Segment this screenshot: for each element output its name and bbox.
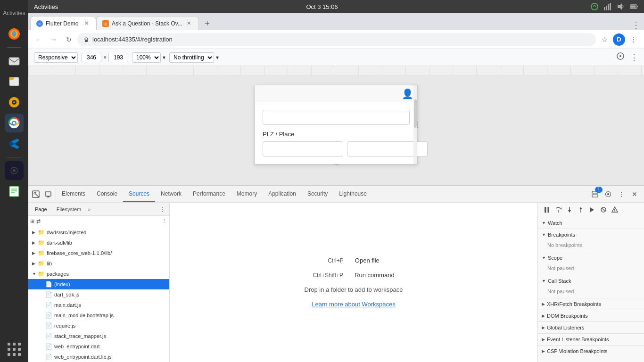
xhr-section-header[interactable]: ▶ XHR/Fetch Breakpoints — [538, 298, 644, 310]
tab-performance[interactable]: Performance — [187, 186, 231, 202]
chrome-options-button[interactable]: ⋮ — [627, 33, 640, 46]
expand-all-btn[interactable]: ⊞ — [30, 218, 34, 224]
viewport-height-input[interactable] — [108, 53, 128, 62]
taskbar-vscode[interactable] — [5, 134, 24, 153]
filesystem-tab[interactable]: Filesystem — [54, 206, 84, 213]
taskbar-files[interactable] — [5, 72, 24, 91]
csp-arrow: ▶ — [542, 349, 545, 354]
devtools-settings-btn[interactable] — [603, 189, 614, 200]
step-btn[interactable] — [587, 205, 597, 215]
sidebar-more-btn[interactable]: ⋮ — [160, 206, 165, 213]
taskbar-mail[interactable] — [5, 51, 24, 70]
tree-item-main-dart-js[interactable]: 📄 main.dart.js — [28, 300, 169, 310]
tab-elements[interactable]: Elements — [56, 186, 91, 202]
scope-section-header[interactable]: ▼ Scope — [538, 252, 644, 263]
frame-resize-right[interactable]: ⋮ — [415, 85, 421, 165]
flutter-tab-title: Flutter Demo — [46, 20, 80, 27]
taskbar-text-editor[interactable] — [5, 182, 24, 201]
inspect-element-btn[interactable] — [30, 189, 41, 200]
tab-flutter[interactable]: F Flutter Demo ✕ — [30, 16, 96, 30]
sources-sync-btn[interactable]: ⇄ — [36, 218, 41, 224]
event-listener-header[interactable]: ▶ Event Listener Breakpoints — [538, 334, 644, 345]
pause-exceptions-btn[interactable] — [610, 205, 620, 215]
tab-memory[interactable]: Memory — [231, 186, 263, 202]
devtools-more-btn[interactable]: ⋮ — [616, 189, 627, 200]
global-listeners-header[interactable]: ▶ Global Listeners — [538, 322, 644, 333]
step-over-btn[interactable] — [553, 205, 563, 215]
sources-main-area: Ctrl+P Open file Ctrl+Shift+P Run comman… — [170, 203, 537, 362]
tab-security[interactable]: Security — [302, 186, 333, 202]
preview-top-input[interactable] — [263, 110, 410, 125]
tree-item-dart-sdk[interactable]: ▶ 📁 dart-sdk/lib — [28, 238, 169, 248]
console-drawer-btn[interactable]: 1 — [589, 189, 601, 200]
sidebar-tab-more[interactable]: » — [88, 206, 91, 212]
tree-item-lib[interactable]: ▶ 📁 lib — [28, 258, 169, 269]
tree-item-packages[interactable]: ▼ 📁 packages — [28, 269, 169, 279]
new-tab-button[interactable]: + — [201, 17, 214, 30]
flutter-tab-close[interactable]: ✕ — [83, 20, 90, 27]
viewport-width-input[interactable] — [82, 53, 101, 62]
tab-application[interactable]: Application — [263, 186, 302, 202]
tab-stackoverflow[interactable]: S Ask a Question - Stack Ov... ✕ — [96, 16, 199, 30]
tree-item-main-module[interactable]: 📄 main_module.bootstrap.js — [28, 310, 169, 321]
tab-network[interactable]: Network — [155, 186, 187, 202]
device-toggle-btn[interactable] — [42, 189, 54, 200]
tab-lighthouse[interactable]: Lighthouse — [333, 186, 372, 202]
profile-button[interactable]: D — [613, 33, 625, 46]
os-activities-label[interactable]: Activities — [34, 3, 58, 10]
back-button[interactable]: ← — [32, 33, 45, 46]
tree-item-dart-sdk-js[interactable]: 📄 dart_sdk.js — [28, 289, 169, 300]
step-into-btn[interactable] — [564, 205, 575, 215]
deactivate-breakpoints-btn[interactable] — [598, 205, 609, 215]
new-snippet-btn[interactable]: ⋮ — [162, 218, 167, 224]
chrome-menu-btn[interactable]: ⋮ — [632, 20, 640, 30]
tree-item-stack-trace[interactable]: 📄 stack_trace_mapper.js — [28, 331, 169, 341]
so-tab-close[interactable]: ✕ — [185, 20, 193, 27]
os-datetime: Oct 3 15:06 — [306, 3, 338, 10]
workspace-link[interactable]: Learn more about Workspaces — [312, 301, 396, 308]
taskbar-chrome[interactable] — [5, 114, 24, 132]
network-icon — [603, 2, 612, 11]
responsive-mode-select[interactable]: Responsive — [34, 52, 78, 63]
device-toolbar-settings-icon[interactable] — [616, 52, 625, 60]
preview-plz-input[interactable] — [263, 141, 343, 156]
viewport-options-btn[interactable]: ⋮ — [630, 53, 638, 62]
tab-sources[interactable]: Sources — [123, 186, 155, 202]
forward-button[interactable]: → — [47, 33, 60, 46]
breakpoints-section-header[interactable]: ▼ Breakpoints — [538, 229, 644, 240]
url-bar[interactable]: localhost:44335/#/registration — [77, 33, 596, 46]
tree-item-index[interactable]: 📄 (index) — [28, 279, 169, 289]
call-stack-section-header[interactable]: ▼ Call Stack — [538, 275, 644, 287]
page-tab[interactable]: Page — [32, 206, 50, 213]
taskbar-firefox[interactable] — [5, 25, 24, 43]
taskbar-activities[interactable]: Activities — [5, 4, 24, 23]
devtools-left-icons — [28, 189, 56, 200]
tab-console[interactable]: Console — [91, 186, 123, 202]
devtools-close-btn[interactable]: ✕ — [629, 189, 640, 200]
reload-button[interactable]: ↻ — [62, 33, 75, 46]
tree-item-web-entrypoint-dart[interactable]: 📄 web_entrypoint.dart — [28, 341, 169, 352]
taskbar-audio[interactable] — [5, 93, 24, 112]
csp-section-header[interactable]: ▶ CSP Violation Breakpoints — [538, 346, 644, 357]
dom-section-header[interactable]: ▶ DOM Breakpoints — [538, 310, 644, 321]
open-file-shortcut-key: Ctrl+P — [328, 257, 344, 264]
xhr-arrow: ▶ — [542, 302, 545, 306]
app-grid-btn[interactable] — [7, 342, 21, 356]
pause-btn[interactable] — [542, 205, 552, 215]
global-listeners-arrow: ▶ — [542, 325, 545, 330]
step-out-btn[interactable] — [576, 205, 586, 215]
watch-section-header[interactable]: ▼ Watch — [538, 217, 644, 229]
global-listeners-label: Global Listeners — [547, 325, 585, 330]
plz-place-label: PLZ / Place — [263, 131, 410, 138]
tree-item-require-js[interactable]: 📄 require.js — [28, 321, 169, 331]
taskbar-music[interactable] — [5, 161, 24, 180]
tree-item-web-entrypoint-lib[interactable]: 📄 web_entrypoint.dart.lib.js — [28, 352, 169, 362]
tree-item-firebase[interactable]: ▶ 📁 firebase_core_web-1.1.0/lib/ — [28, 248, 169, 258]
throttle-select[interactable]: No throttling — [169, 52, 214, 63]
zoom-select[interactable]: 100% — [132, 52, 161, 63]
devtools-body: Page Filesystem » ⋮ ⊞ ⇄ ⋮ — [28, 203, 644, 362]
frame-resize-bottom[interactable]: ⋯ — [255, 162, 418, 167]
tree-item-dwds[interactable]: ▶ 📁 dwds/src/injected — [28, 227, 169, 238]
bookmark-button[interactable]: ☆ — [598, 33, 611, 46]
lock-icon — [83, 36, 90, 43]
